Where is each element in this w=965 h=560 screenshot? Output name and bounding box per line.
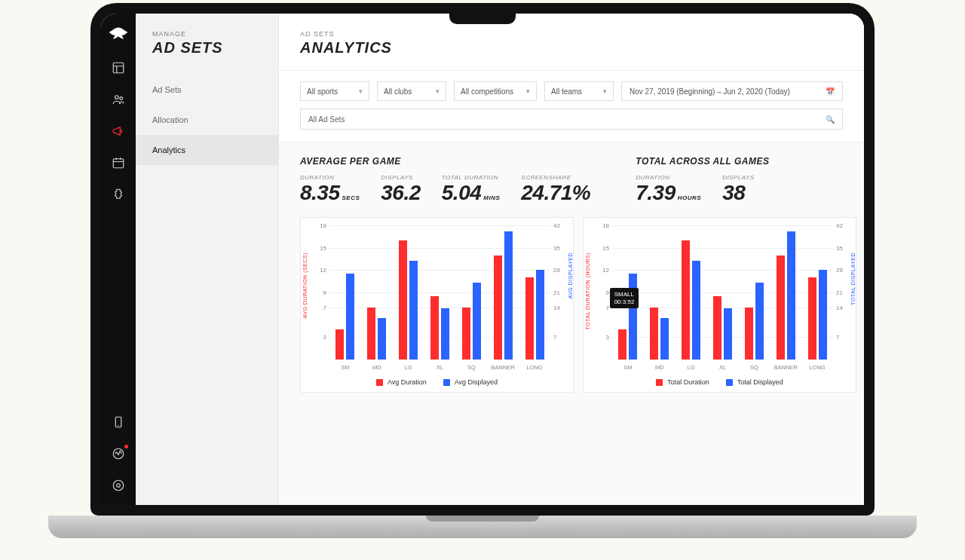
- chevron-down-icon: ▾: [603, 87, 607, 95]
- section-panel: MANAGE AD SETS Ad SetsAllocationAnalytic…: [136, 14, 279, 505]
- section-title: AD SETS: [136, 38, 278, 75]
- yaxis-left-label: TOTAL DURATION (HOURS): [585, 252, 590, 330]
- bar-avg-duration-banner[interactable]: [494, 256, 502, 360]
- bar-avg-duration-md[interactable]: [367, 308, 375, 360]
- bar-avg-displayed-lg[interactable]: [409, 261, 418, 360]
- main-area: AD SETS ANALYTICS All sports▾ All clubs▾…: [279, 14, 864, 505]
- bar-total-displayed-sm[interactable]: [629, 274, 637, 360]
- filter-bar: All sports▾ All clubs▾ All competitions▾…: [279, 71, 864, 142]
- nav-device-icon[interactable]: [111, 415, 126, 430]
- subnav-item-analytics[interactable]: Analytics: [136, 135, 278, 165]
- chevron-down-icon: ▾: [526, 87, 530, 95]
- chevron-down-icon: ▾: [359, 87, 363, 95]
- nav-creative-icon[interactable]: [111, 187, 126, 202]
- legend-item: Total Duration: [656, 378, 709, 386]
- stats-avg-group: AVERAGE PER GAME DURATION8.35SECSDISPLAY…: [300, 156, 590, 205]
- bar-avg-duration-xl[interactable]: [430, 296, 439, 360]
- screen-bezel: MANAGE AD SETS Ad SetsAllocationAnalytic…: [90, 3, 875, 516]
- filter-teams-select[interactable]: All teams▾: [544, 81, 614, 101]
- svg-rect-0: [113, 63, 124, 73]
- svg-point-13: [113, 480, 124, 491]
- stat-displays: DISPLAYS38: [722, 174, 755, 205]
- stat-duration: DURATION7.39HOURS: [636, 174, 701, 205]
- stat-total-duration: TOTAL DURATION5.04MINS: [442, 174, 501, 205]
- bar-avg-duration-sq[interactable]: [462, 308, 470, 360]
- page-header: AD SETS ANALYTICS: [279, 14, 864, 71]
- yaxis-right-label: TOTAL DISPLAYED: [850, 252, 856, 305]
- chart-card-1: 37714921122815351842SMALL00:3:52TOTAL DU…: [583, 217, 856, 393]
- filter-sports-select[interactable]: All sports▾: [300, 81, 369, 101]
- stats-total-title: TOTAL ACROSS ALL GAMES: [636, 156, 769, 167]
- stats-block: AVERAGE PER GAME DURATION8.35SECSDISPLAY…: [300, 156, 856, 205]
- nav-settings-icon[interactable]: [111, 478, 126, 493]
- bar-avg-displayed-banner[interactable]: [504, 231, 513, 360]
- filter-adset-search[interactable]: All Ad Sets🔍: [300, 109, 843, 130]
- bar-total-duration-sq[interactable]: [745, 308, 753, 360]
- yaxis-right-label: AVG DISPLAYED: [568, 252, 573, 298]
- bar-total-duration-long[interactable]: [808, 277, 816, 360]
- bar-total-duration-lg[interactable]: [682, 240, 690, 360]
- chevron-down-icon: ▾: [436, 87, 440, 95]
- section-eyebrow: MANAGE: [136, 30, 278, 38]
- nav-teams-icon[interactable]: [111, 92, 126, 107]
- calendar-icon: 📅: [826, 87, 835, 96]
- nav-activity-icon[interactable]: [111, 446, 126, 461]
- charts-row: 37714921122815351842AVG DURATION (SECS)A…: [300, 217, 856, 393]
- bar-avg-displayed-sq[interactable]: [473, 283, 481, 360]
- bar-total-duration-banner[interactable]: [777, 256, 785, 360]
- legend-item: Avg Duration: [376, 378, 427, 386]
- nav-dashboard-icon[interactable]: [111, 60, 126, 75]
- stats-avg-title: AVERAGE PER GAME: [300, 156, 590, 167]
- bar-avg-displayed-xl[interactable]: [441, 308, 449, 360]
- stat-screenshare: SCREENSHARE24.71%: [521, 174, 590, 205]
- bar-total-displayed-xl[interactable]: [724, 308, 732, 360]
- nav-ads-icon[interactable]: [111, 124, 126, 139]
- search-icon: 🔍: [826, 115, 835, 124]
- stats-total-group: TOTAL ACROSS ALL GAMES DURATION7.39HOURS…: [636, 156, 769, 205]
- subnav-item-ad-sets[interactable]: Ad Sets: [136, 75, 278, 105]
- bar-avg-duration-sm[interactable]: [335, 329, 344, 360]
- chart-tooltip: SMALL00:3:52: [610, 288, 639, 308]
- stat-duration: DURATION8.35SECS: [300, 174, 360, 205]
- laptop-frame: MANAGE AD SETS Ad SetsAllocationAnalytic…: [90, 3, 875, 516]
- filter-daterange-picker[interactable]: Nov 27, 2019 (Beginning) – Jun 2, 2020 (…: [621, 81, 843, 101]
- bar-total-displayed-long[interactable]: [819, 270, 827, 360]
- filter-clubs-select[interactable]: All clubs▾: [377, 81, 446, 101]
- bar-avg-duration-long[interactable]: [525, 277, 534, 360]
- bar-avg-displayed-long[interactable]: [536, 270, 544, 360]
- bar-total-displayed-sq[interactable]: [755, 283, 764, 360]
- app-screen: MANAGE AD SETS Ad SetsAllocationAnalytic…: [101, 14, 864, 505]
- svg-point-12: [117, 484, 121, 488]
- legend-item: Avg Displayed: [443, 378, 498, 386]
- bar-total-duration-xl[interactable]: [713, 296, 721, 360]
- svg-rect-5: [113, 159, 124, 168]
- bar-total-duration-sm[interactable]: [618, 329, 626, 360]
- icon-rail: [101, 14, 136, 505]
- bar-avg-displayed-md[interactable]: [378, 318, 386, 360]
- nav-schedule-icon[interactable]: [111, 155, 126, 170]
- subnav-item-allocation[interactable]: Allocation: [136, 105, 278, 135]
- brand-logo-icon[interactable]: [109, 24, 128, 44]
- chart-card-0: 37714921122815351842AVG DURATION (SECS)A…: [300, 217, 574, 393]
- bar-avg-duration-lg[interactable]: [399, 240, 407, 360]
- page-title: ANALYTICS: [300, 39, 843, 57]
- yaxis-left-label: AVG DURATION (SECS): [302, 252, 308, 318]
- laptop-base: [48, 516, 917, 538]
- page-eyebrow: AD SETS: [300, 30, 843, 38]
- bar-total-displayed-md[interactable]: [660, 318, 669, 360]
- bar-total-displayed-banner[interactable]: [787, 231, 795, 360]
- svg-point-4: [120, 97, 123, 100]
- filter-competitions-select[interactable]: All competitions▾: [454, 81, 537, 101]
- camera-notch: [449, 14, 516, 24]
- bar-total-displayed-lg[interactable]: [692, 261, 700, 360]
- svg-point-3: [115, 96, 119, 99]
- bar-avg-displayed-sm[interactable]: [346, 274, 354, 360]
- bar-total-duration-md[interactable]: [650, 308, 658, 360]
- stat-displays: DISPLAYS36.2: [381, 174, 421, 205]
- legend-item: Total Displayed: [726, 378, 783, 386]
